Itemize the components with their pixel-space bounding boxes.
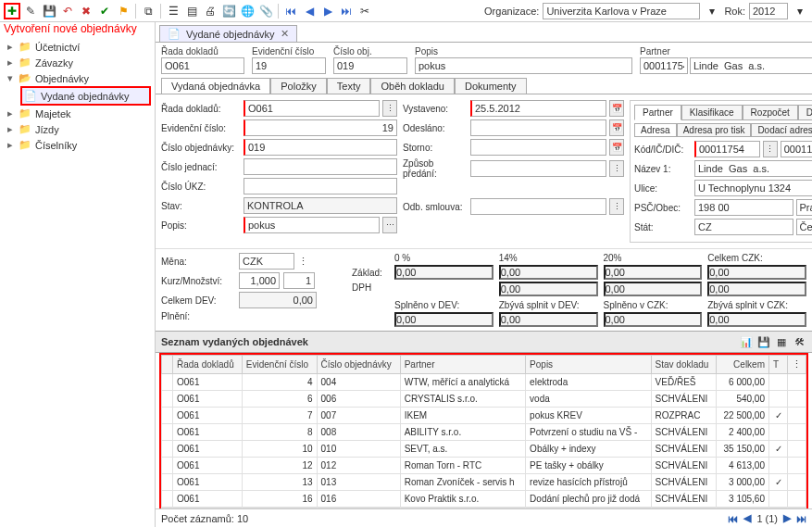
hdr-rada[interactable] (161, 57, 244, 74)
close-icon[interactable]: ✕ (281, 28, 289, 40)
p-kod1[interactable] (694, 141, 760, 157)
grid-save-icon[interactable]: 💾 (756, 334, 771, 349)
flag-icon[interactable]: ⚑ (115, 3, 131, 19)
table-row[interactable]: O0617007IKEM pokus KREVROZPRAC22 500,00✓ (162, 408, 806, 424)
tree-zavazky[interactable]: ▸📁Závazky (4, 55, 151, 70)
f-ev[interactable] (244, 119, 397, 136)
expand-icon[interactable]: ⋯ (382, 217, 397, 233)
table-row[interactable]: O0618008ABILITY s.r.o.Potvrzení o studiu… (162, 424, 806, 441)
atab-adresa[interactable]: Adresa (634, 123, 677, 137)
undo-icon[interactable]: ↶ (59, 3, 76, 19)
tab-vydane-objednavky[interactable]: 📄 Vydané objednávky ✕ (159, 25, 297, 42)
atab-dodaci[interactable]: Dodací adresa (751, 123, 812, 137)
atab-tisk[interactable]: Adresa pro tisk (677, 123, 752, 137)
m-cczk (707, 265, 806, 280)
save-icon[interactable]: 💾 (41, 3, 57, 19)
tree-objednavky[interactable]: ▾📂Objednávky (4, 70, 151, 86)
f-cukz[interactable] (244, 178, 397, 194)
hdr-popis[interactable] (415, 57, 632, 74)
lookup-icon[interactable]: ⋮ (298, 256, 308, 268)
table-row[interactable]: O0616006CRYSTALIS s.r.o.vodaSCHVÁLENI540… (162, 391, 806, 408)
f-odes[interactable] (470, 119, 606, 136)
calendar-icon[interactable]: 📅 (609, 139, 624, 156)
f-zp[interactable] (470, 160, 606, 177)
grid-grid-icon[interactable]: ▦ (774, 334, 789, 349)
lookup-icon[interactable]: ⋮ (609, 198, 624, 215)
globe-icon[interactable]: 🌐 (239, 3, 256, 19)
f-osml[interactable] (470, 198, 606, 215)
tree-ucetnictvi[interactable]: ▸📁Účetnictví (4, 39, 151, 55)
tab-dokumenty[interactable]: Dokumenty (455, 78, 527, 94)
column-config-icon[interactable]: ⋮ (792, 358, 802, 370)
ptab-partner[interactable]: Partner (634, 105, 681, 120)
page-prev-icon[interactable]: ◀ (743, 512, 751, 524)
cut-icon[interactable]: ✂ (356, 3, 373, 19)
table-row[interactable]: O06113013Roman Zvoníček - servis hrevize… (162, 474, 806, 491)
hdr-ev[interactable] (252, 57, 326, 74)
lookup-icon[interactable]: ⋮ (609, 160, 624, 177)
tab-vydana[interactable]: Vydaná objednávka (161, 78, 270, 94)
prev-icon[interactable]: ◀ (301, 3, 318, 19)
m-mena[interactable] (239, 253, 294, 270)
tree-vydane-objednavky[interactable]: 📄Vydané objednávky (20, 86, 151, 106)
ptab-rozp[interactable]: Rozpočet (743, 105, 798, 120)
f-vyst[interactable] (470, 100, 606, 117)
delete-icon[interactable]: ✖ (78, 3, 94, 19)
f-rada[interactable] (244, 100, 380, 117)
lookup-icon[interactable]: ⋮ (382, 100, 397, 117)
f-popis[interactable] (244, 217, 380, 233)
year-dropdown-icon[interactable]: ▾ (792, 3, 808, 19)
filter-icon[interactable]: ▤ (183, 3, 200, 19)
grid-export-icon[interactable]: 📊 (739, 334, 754, 349)
first-icon[interactable]: ⏮ (282, 3, 299, 19)
m-kurz1[interactable] (239, 272, 280, 289)
calendar-icon[interactable]: 📅 (609, 119, 624, 136)
ptab-dod[interactable]: Dodávka (798, 105, 812, 120)
check-icon[interactable]: ✔ (96, 3, 113, 19)
p-naz[interactable] (694, 160, 812, 177)
document-tabs: 📄 Vydané objednávky ✕ (156, 22, 812, 43)
f-storno[interactable] (470, 139, 606, 156)
hdr-partner-code[interactable] (640, 57, 688, 74)
f-cobj[interactable] (244, 139, 397, 156)
f-cj[interactable] (244, 158, 397, 175)
table-row[interactable]: O06112012Roman Torn - RTCPE tašky + obál… (162, 458, 806, 474)
page-last-icon[interactable]: ⏭ (796, 513, 806, 524)
attach-icon[interactable]: 📎 (257, 3, 274, 19)
tree-jizdy[interactable]: ▸📁Jízdy (4, 121, 151, 137)
new-icon[interactable]: ✚ (4, 3, 20, 19)
table-row[interactable]: O0614004WTW, měřící a analytickáelektrod… (162, 374, 806, 391)
tab-obeh[interactable]: Oběh dokladu (370, 78, 455, 94)
p-psc[interactable] (694, 199, 793, 216)
table-row[interactable]: O06110010SEVT, a.s.Obálky + indexySCHVÁL… (162, 441, 806, 458)
edit-icon[interactable]: ✎ (22, 3, 39, 19)
lookup-icon[interactable]: ⋮ (763, 141, 778, 157)
p-obec[interactable] (796, 199, 813, 216)
refresh-icon[interactable]: 🔄 (220, 3, 237, 19)
p-kod2[interactable] (781, 141, 812, 157)
hdr-cis[interactable] (333, 57, 407, 74)
ptab-klas[interactable]: Klasifikace (681, 105, 743, 120)
tab-polozky[interactable]: Položky (270, 78, 327, 94)
print-icon[interactable]: 🖨 (202, 3, 219, 19)
org-input[interactable] (543, 3, 700, 19)
next-icon[interactable]: ▶ (319, 3, 336, 19)
tab-texty[interactable]: Texty (327, 78, 371, 94)
page-first-icon[interactable]: ⏮ (728, 513, 738, 524)
table-row[interactable]: O06116016Kovo Praktik s.r.o.Dodání plech… (162, 491, 806, 508)
grid-settings-icon[interactable]: 🛠 (792, 334, 806, 349)
calendar-icon[interactable]: 📅 (609, 100, 624, 117)
hdr-partner[interactable] (690, 57, 812, 74)
last-icon[interactable]: ⏭ (338, 3, 355, 19)
org-dropdown-icon[interactable]: ▾ (704, 3, 720, 19)
list-icon[interactable]: ☰ (165, 3, 181, 19)
m-kurz2[interactable] (283, 272, 315, 289)
year-input[interactable] (749, 3, 788, 19)
tree-ciselniky[interactable]: ▸📁Číselníky (4, 137, 151, 153)
p-ul[interactable] (694, 180, 812, 196)
p-stat1[interactable] (694, 219, 793, 235)
tree-majetek[interactable]: ▸📁Majetek (4, 106, 151, 121)
copy-icon[interactable]: ⧉ (140, 3, 156, 19)
p-stat2[interactable] (796, 219, 813, 235)
page-next-icon[interactable]: ▶ (783, 512, 791, 524)
